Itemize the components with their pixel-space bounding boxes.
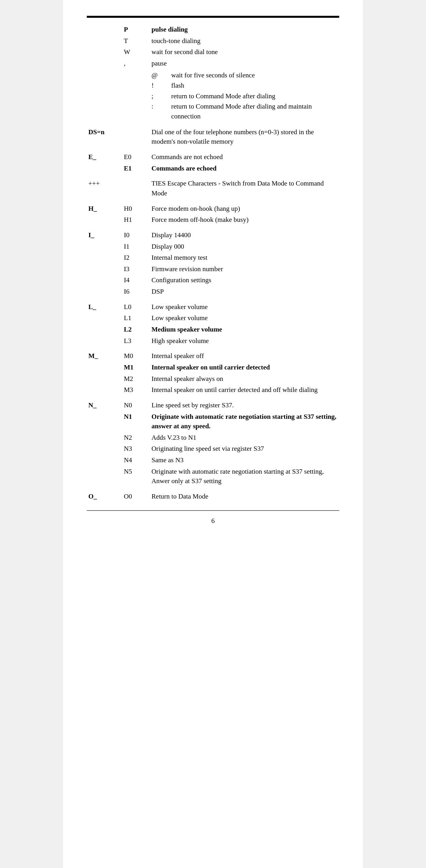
cmd-cell: I_ [87,230,122,241]
sym-desc: flash [171,81,338,91]
table-row: ; return to Command Mode after dialing [151,91,338,102]
sub-cell: I1 [122,241,150,253]
table-row: DS=n Dial one of the four telephone numb… [87,127,339,148]
desc-cell: @ wait for five seconds of silence ! fla… [150,69,339,123]
sub-cell: M3 [122,384,150,396]
cmd-cell [87,324,122,336]
desc-cell: Medium speaker volume [150,324,339,336]
table-row: L_ L0 Low speaker volume [87,302,339,313]
desc-cell: Commands are not echoed [150,152,339,163]
cmd-cell: H_ [87,203,122,215]
table-row: H_ H0 Force modem on-hook (hang up) [87,203,339,215]
sub-cell: N3 [122,443,150,455]
desc-cell: Internal speaker always on [150,373,339,385]
desc-cell: Firmware revision number [150,264,339,275]
table-row: H1 Force modem off-hook (make busy) [87,214,339,226]
table-row: N3 Originating line speed set via regist… [87,443,339,455]
cmd-cell [87,58,122,69]
sub-cell: , [122,58,150,69]
cmd-cell: M_ [87,351,122,362]
sym-cell: @ [151,70,171,81]
desc-cell: pause [150,58,339,69]
cmd-cell: DS=n [87,127,122,148]
thin-border [87,17,339,18]
cmd-cell [87,466,122,487]
cmd-cell [87,36,122,47]
spacer-row [87,396,339,400]
desc-cell: DSP [150,286,339,298]
table-row: N4 Same as N3 [87,455,339,466]
table-row: @ wait for five seconds of silence [151,70,338,81]
desc-cell: Line speed set by register S37. [150,400,339,411]
sub-cell: M1 [122,362,150,373]
table-row: T touch-tone dialing [87,36,339,47]
sym-desc: return to Command Mode after dialing and… [171,101,338,122]
sub-cell: L2 [122,324,150,336]
sub-cell: O0 [122,491,150,502]
sub-cell [122,127,150,148]
table-row: N1 Originate with automatic rate negotia… [87,411,339,432]
sub-cell [122,178,150,199]
table-row: O_ O0 Return to Data Mode [87,491,339,502]
desc-cell: Display 000 [150,241,339,253]
sub-cell: M2 [122,373,150,385]
desc-cell: Low speaker volume [150,302,339,313]
spacer-row [87,347,339,351]
content-table: P pulse dialing T touch-tone dialing W w… [87,24,339,502]
table-row: L2 Medium speaker volume [87,324,339,336]
table-row: I1 Display 000 [87,241,339,253]
cmd-cell [87,163,122,174]
table-row: M2 Internal speaker always on [87,373,339,385]
desc-cell: Originate with automatic rate negotiatio… [150,411,339,432]
table-row: L3 High speaker volume [87,336,339,347]
cmd-cell [87,286,122,298]
cmd-cell [87,455,122,466]
cmd-cell [87,275,122,286]
table-row: @ wait for five seconds of silence ! fla… [87,69,339,123]
cmd-cell [87,214,122,226]
spacer-row [87,298,339,302]
table-row: N5 Originate with automatic rate negotia… [87,466,339,487]
desc-cell: High speaker volume [150,336,339,347]
sub-cell: I3 [122,264,150,275]
desc-cell: touch-tone dialing [150,36,339,47]
sub-cell: H0 [122,203,150,215]
sub-cell: N0 [122,400,150,411]
cmd-cell [87,47,122,58]
cmd-cell [87,336,122,347]
cmd-cell [87,411,122,432]
table-row: L1 Low speaker volume [87,313,339,324]
cmd-cell: N_ [87,400,122,411]
cmd-cell [87,373,122,385]
cmd-cell: L_ [87,302,122,313]
sub-cell: I6 [122,286,150,298]
spacer-row [87,123,339,127]
desc-cell: TIES Escape Characters - Switch from Dat… [150,178,339,199]
desc-cell: Configuration settings [150,275,339,286]
sub-cell: I4 [122,275,150,286]
table-row: I3 Firmware revision number [87,264,339,275]
sym-cell: : [151,101,171,122]
cmd-cell: +++ [87,178,122,199]
desc-cell: Return to Data Mode [150,491,339,502]
desc-cell: Internal speaker off [150,351,339,362]
desc-cell: Same as N3 [150,455,339,466]
desc-cell: Internal speaker on until carrier detect… [150,384,339,396]
table-row: : return to Command Mode after dialing a… [151,101,338,122]
table-row: M1 Internal speaker on until carrier det… [87,362,339,373]
sub-cell: N1 [122,411,150,432]
desc-cell: Low speaker volume [150,313,339,324]
table-row: I_ I0 Display 14400 [87,230,339,241]
sub-cell: N4 [122,455,150,466]
desc-cell: Dial one of the four telephone numbers (… [150,127,339,148]
sub-cell: E0 [122,152,150,163]
table-row: M_ M0 Internal speaker off [87,351,339,362]
cmd-cell: O_ [87,491,122,502]
sub-cell: T [122,36,150,47]
desc-cell: wait for second dial tone [150,47,339,58]
desc-cell: Force modem off-hook (make busy) [150,214,339,226]
sub-cell: M0 [122,351,150,362]
desc-cell: Internal memory test [150,252,339,264]
desc-cell: Originate with automatic rate negotiatio… [150,466,339,487]
sub-cell: W [122,47,150,58]
